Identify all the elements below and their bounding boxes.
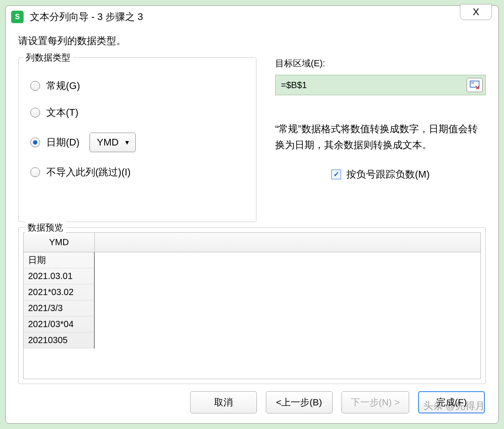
radio-skip-label: 不导入此列(跳过)(I) bbox=[46, 166, 130, 179]
back-button-label: <上一步(B) bbox=[276, 396, 322, 409]
radio-icon bbox=[30, 167, 40, 177]
preview-cell: 2021*03.02 bbox=[24, 284, 94, 300]
destination-label: 目标区域(E): bbox=[275, 57, 486, 69]
close-button[interactable]: X bbox=[460, 4, 492, 20]
preview-header-row: YMD bbox=[24, 233, 480, 252]
data-preview-legend: 数据预览 bbox=[25, 222, 66, 234]
destination-input[interactable] bbox=[281, 80, 467, 90]
next-button-label: 下一步(N) > bbox=[351, 396, 400, 409]
text-to-columns-wizard-dialog: S 文本分列向导 - 3 步骤之 3 X 请设置每列的数据类型。 列数据类型 常… bbox=[5, 5, 499, 424]
date-format-value: YMD bbox=[97, 137, 119, 148]
date-format-dropdown[interactable]: YMD ▼ bbox=[89, 133, 136, 152]
radio-icon bbox=[30, 138, 40, 147]
checkbox-icon: ✓ bbox=[331, 170, 341, 179]
data-preview-fieldset: 数据预览 YMD 日期 2021.03.01 2021*03.02 2021/3… bbox=[18, 227, 486, 384]
help-text: “常规”数据格式将数值转换成数字，日期值会转换为日期，其余数据则转换成文本。 bbox=[275, 121, 486, 154]
preview-header-cell[interactable]: YMD bbox=[24, 233, 95, 252]
radio-general-label: 常规(G) bbox=[46, 79, 80, 93]
preview-cell: 2021.03.01 bbox=[24, 268, 94, 284]
button-row: 取消 <上一步(B) 下一步(N) > 完成(F) bbox=[18, 389, 486, 418]
preview-column[interactable]: 日期 2021.03.01 2021*03.02 2021/3/3 2021/0… bbox=[24, 252, 95, 348]
preview-cell: 2021/03*04 bbox=[24, 316, 94, 332]
upper-area: 列数据类型 常规(G) 文本(T) 日期(D) YMD bbox=[18, 57, 486, 222]
radio-date-label: 日期(D) bbox=[46, 136, 80, 149]
radio-text[interactable]: 文本(T) bbox=[30, 106, 244, 119]
preview-cell: 20210305 bbox=[24, 332, 94, 348]
finish-button-label: 完成(F) bbox=[436, 396, 467, 409]
right-panel: 目标区域(E): “常规”数据格式将数值转换成数字，日期值会转换为日期，其余数据… bbox=[275, 57, 486, 222]
preview-cell: 2021/3/3 bbox=[24, 300, 94, 316]
instruction-text: 请设置每列的数据类型。 bbox=[18, 34, 486, 48]
next-button: 下一步(N) > bbox=[341, 391, 409, 413]
range-select-icon bbox=[470, 81, 480, 89]
column-type-radio-group: 常规(G) 文本(T) 日期(D) YMD ▼ bbox=[30, 79, 244, 179]
track-negative-checkbox-row[interactable]: ✓ 按负号跟踪负数(M) bbox=[275, 168, 486, 181]
radio-skip[interactable]: 不导入此列(跳过)(I) bbox=[30, 166, 244, 179]
dialog-content: 请设置每列的数据类型。 列数据类型 常规(G) 文本(T) 日期(D) bbox=[6, 28, 498, 423]
cancel-button-label: 取消 bbox=[214, 396, 233, 409]
cancel-button[interactable]: 取消 bbox=[190, 391, 257, 413]
wps-spreadsheet-icon: S bbox=[11, 11, 24, 23]
track-negative-label: 按负号跟踪负数(M) bbox=[346, 168, 430, 181]
preview-cell: 日期 bbox=[24, 252, 94, 268]
radio-general[interactable]: 常规(G) bbox=[30, 79, 244, 93]
titlebar: S 文本分列向导 - 3 步骤之 3 X bbox=[6, 6, 498, 28]
finish-button[interactable]: 完成(F) bbox=[418, 391, 485, 413]
column-data-type-fieldset: 列数据类型 常规(G) 文本(T) 日期(D) YMD bbox=[18, 57, 256, 222]
destination-input-wrap bbox=[275, 75, 486, 95]
back-button[interactable]: <上一步(B) bbox=[266, 391, 333, 413]
preview-grid[interactable]: YMD 日期 2021.03.01 2021*03.02 2021/3/3 20… bbox=[23, 232, 481, 379]
radio-icon bbox=[30, 81, 40, 91]
radio-date[interactable]: 日期(D) YMD ▼ bbox=[30, 133, 244, 152]
radio-text-label: 文本(T) bbox=[46, 106, 78, 119]
dialog-title: 文本分列向导 - 3 步骤之 3 bbox=[30, 10, 143, 24]
range-select-button[interactable] bbox=[467, 78, 483, 92]
preview-body: 日期 2021.03.01 2021*03.02 2021/3/3 2021/0… bbox=[24, 252, 480, 348]
radio-icon bbox=[30, 108, 40, 117]
column-data-type-legend: 列数据类型 bbox=[23, 52, 73, 64]
close-icon: X bbox=[473, 6, 480, 18]
chevron-down-icon: ▼ bbox=[124, 139, 130, 146]
svg-rect-1 bbox=[471, 82, 474, 84]
